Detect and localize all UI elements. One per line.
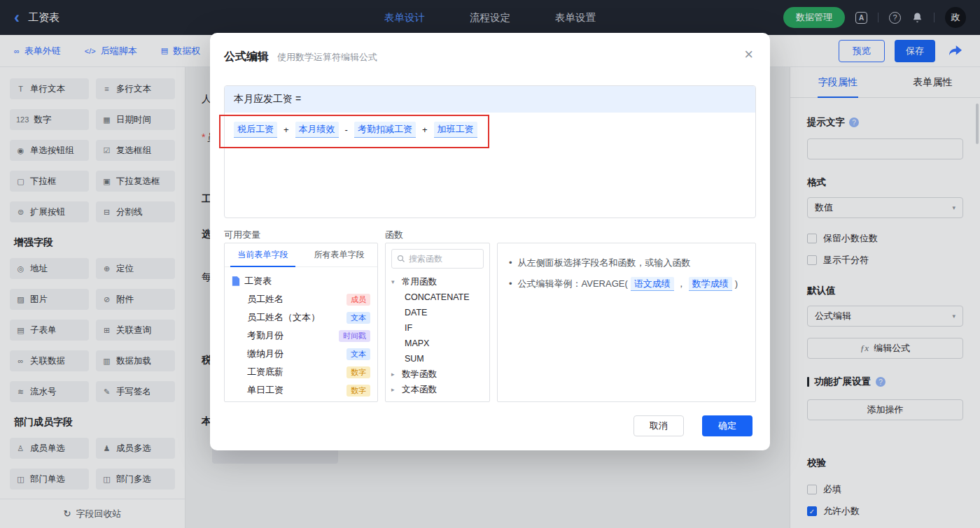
dialog-subtitle: 使用数学运算符编辑公式 (277, 51, 377, 64)
variable-field-name: 考勤月份 (247, 329, 284, 342)
dialog-title: 公式编辑 (224, 50, 269, 64)
variable-field-name: 缴纳月份 (247, 348, 284, 360)
variable-field-list: 工资表 员工姓名成员员工姓名（文本）文本考勤月份时间戳缴纳月份文本工资底薪数字单… (225, 267, 377, 402)
function-group[interactable]: ▾常用函数 (388, 274, 486, 290)
variable-field-row[interactable]: 缴纳月份文本 (232, 345, 370, 363)
bullet-icon: • (509, 276, 512, 292)
example-field-token: 数学成绩 (689, 277, 732, 291)
variable-field-row[interactable]: 单日工资数字 (232, 381, 370, 399)
field-type-badge: 文本 (346, 312, 370, 324)
variable-field-row[interactable]: 考勤月份时间戳 (232, 327, 370, 345)
variable-tab[interactable]: 当前表单字段 (225, 243, 301, 266)
formula-field-token[interactable]: 加班工资 (434, 122, 477, 138)
variable-field-row[interactable]: 员工姓名（文本）文本 (232, 308, 370, 327)
function-search-box (391, 249, 484, 269)
formula-operator: + (284, 124, 289, 135)
variable-field-name: 工资底薪 (247, 366, 284, 378)
variable-tab[interactable]: 所有表单字段 (301, 243, 377, 266)
formula-input-area[interactable]: 税后工资+本月绩效-考勤扣减工资+加班工资 (225, 113, 755, 147)
tip-line: • 从左侧面板选择字段名和函数，或输入函数 (509, 255, 744, 271)
tip-text-part: ) (735, 278, 738, 289)
function-item[interactable]: IF (388, 320, 486, 336)
close-icon[interactable]: × (744, 47, 753, 62)
form-tree-root-label: 工资表 (244, 275, 272, 287)
tip-line: • 公式编辑举例：AVERAGE(语文成绩，数学成绩) (509, 276, 744, 292)
function-item[interactable]: SUM (388, 351, 486, 366)
chevron-right-icon: ▸ (391, 371, 398, 378)
field-type-badge: 成员 (346, 294, 370, 306)
cancel-button[interactable]: 取消 (634, 415, 684, 436)
formula-editor: 本月应发工资 = 税后工资+本月绩效-考勤扣减工资+加班工资 (224, 85, 756, 218)
form-tree-root[interactable]: 工资表 (232, 272, 370, 290)
tip-text: 从左侧面板选择字段名和函数，或输入函数 (518, 255, 691, 271)
tip-text-part: 公式编辑举例：AVERAGE( (518, 278, 628, 289)
variable-field-row[interactable]: 员工姓名成员 (232, 290, 370, 308)
bullet-icon: • (509, 255, 512, 271)
variable-field-row[interactable]: 工资底薪数字 (232, 363, 370, 381)
field-type-badge: 时间戳 (339, 330, 370, 342)
field-type-badge: 文本 (346, 348, 370, 360)
variable-field-name: 员工姓名（文本） (247, 311, 320, 324)
field-type-badge: 数字 (346, 385, 370, 397)
formula-field-token[interactable]: 考勤扣减工资 (354, 122, 416, 138)
function-item[interactable]: DATE (388, 305, 486, 320)
formula-target-row: 本月应发工资 = (225, 86, 755, 113)
variable-tabs: 当前表单字段所有表单字段 (225, 243, 377, 267)
formula-help-panel: • 从左侧面板选择字段名和函数，或输入函数 • 公式编辑举例：AVERAGE(语… (497, 243, 756, 402)
function-group[interactable]: ▸数学函数 (388, 366, 486, 382)
formula-field-token[interactable]: 税后工资 (234, 122, 277, 138)
variables-panel: 当前表单字段所有表单字段 工资表 员工姓名成员员工姓名（文本）文本考勤月份时间戳… (224, 243, 378, 402)
function-group-label: 文本函数 (402, 384, 437, 396)
function-group-label: 常用函数 (402, 276, 437, 288)
function-list: ▾常用函数CONCATENATEDATEIFMAPXSUM▸数学函数▸文本函数 (386, 274, 489, 397)
confirm-button[interactable]: 确定 (702, 415, 752, 436)
formula-target-label: 本月应发工资 = (234, 93, 301, 106)
function-item[interactable]: MAPX (388, 336, 486, 351)
dialog-header: 公式编辑 使用数学运算符编辑公式 (210, 33, 770, 64)
function-search-input[interactable] (409, 254, 478, 264)
functions-panel: ▾常用函数CONCATENATEDATEIFMAPXSUM▸数学函数▸文本函数 (385, 243, 490, 402)
field-type-badge: 数字 (346, 366, 370, 378)
tip-text-part: ， (677, 278, 686, 289)
formula-operator: + (422, 124, 428, 135)
formula-field-token[interactable]: 本月绩效 (295, 122, 339, 138)
function-item[interactable]: CONCATENATE (388, 290, 486, 305)
variable-field-name: 单日工资 (247, 384, 284, 397)
formula-operator: - (345, 124, 348, 135)
function-group-label: 数学函数 (402, 369, 437, 380)
variable-field-name: 员工姓名 (247, 293, 284, 306)
chevron-right-icon: ▸ (391, 386, 398, 393)
functions-panel-label: 函数 (385, 229, 403, 241)
chevron-down-icon: ▾ (391, 278, 398, 285)
tip-text: 公式编辑举例：AVERAGE(语文成绩，数学成绩) (518, 276, 738, 292)
example-field-token: 语文成绩 (631, 277, 674, 291)
function-group[interactable]: ▸文本函数 (388, 382, 486, 397)
variables-panel-label: 可用变量 (224, 229, 260, 241)
document-icon (232, 276, 240, 286)
search-icon (397, 255, 405, 263)
formula-edit-dialog: 公式编辑 使用数学运算符编辑公式 × 本月应发工资 = 税后工资+本月绩效-考勤… (210, 33, 770, 450)
